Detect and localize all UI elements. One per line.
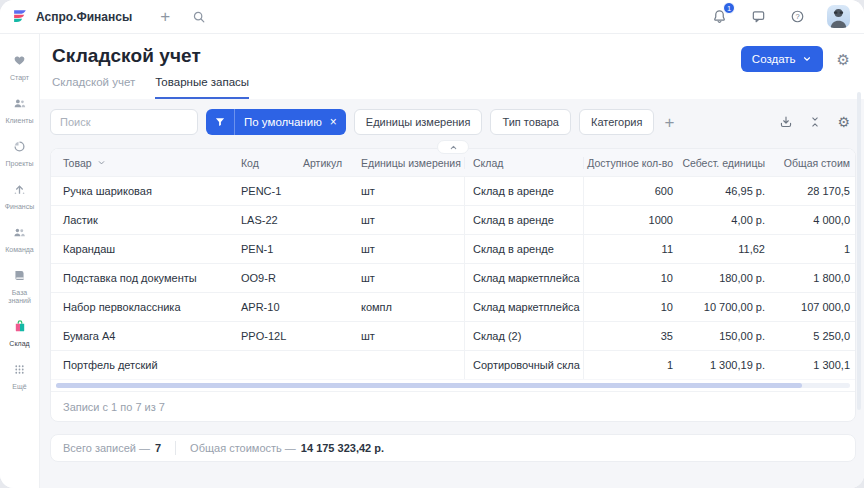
column-header[interactable]: Доступное кол-во (584, 157, 676, 169)
user-avatar[interactable] (827, 5, 850, 28)
content: По умолчанию × Единицы измеренияТип това… (40, 99, 864, 488)
sidebar-item-clients[interactable]: Клиенты (0, 89, 39, 132)
total-records-value: 7 (155, 442, 161, 454)
column-header[interactable]: Склад (464, 157, 584, 169)
table-cell: Склад в аренде (464, 206, 584, 234)
column-header[interactable]: Общая стоим (768, 157, 855, 169)
create-button[interactable]: Создать (741, 46, 823, 72)
table-cell: компл (349, 293, 464, 321)
active-filter-pill[interactable]: По умолчанию × (206, 109, 346, 135)
table-cell (291, 264, 349, 292)
table-cell: 150,00 р. (676, 322, 768, 350)
filter-chip[interactable]: Категория (579, 109, 654, 135)
table-cell: LAS-22 (229, 206, 291, 234)
column-header[interactable]: Товар (51, 157, 229, 169)
scrollbar-thumb[interactable] (56, 383, 802, 388)
chat-icon[interactable] (749, 7, 768, 26)
tab-1[interactable]: Товарные запасы (155, 76, 249, 99)
filter-chip[interactable]: Единицы измерения (354, 109, 483, 135)
filter-chip[interactable]: Тип товара (490, 109, 571, 135)
table-cell: PENC-1 (229, 177, 291, 205)
sidebar-item-finances[interactable]: Финансы (0, 175, 39, 218)
sidebar-item-label: Клиенты (5, 117, 33, 125)
table-row[interactable]: Портфель детскийСортировочный скла11 300… (51, 350, 855, 379)
add-filter-button[interactable]: + (664, 114, 674, 131)
knowledge-icon (13, 268, 26, 286)
inventory-table: ТоварКодАртикулЕдиницы измеренияСкладДос… (50, 148, 856, 422)
collapse-table-button[interactable] (437, 140, 469, 154)
table-cell: Бумага А4 (51, 322, 229, 350)
sidebar-item-label: База знаний (1, 289, 38, 305)
table-cell: Склад в аренде (464, 177, 584, 205)
table-cell: Набор первоклассника (51, 293, 229, 321)
sidebar-item-heart[interactable]: Старт (0, 46, 39, 89)
chevron-down-icon (802, 54, 812, 64)
table-row[interactable]: КарандашPEN-1штСклад в аренде1111,621 (51, 234, 855, 263)
sidebar-item-warehouse[interactable]: Склад (0, 312, 39, 355)
tabs: Складской учетТоварные запасы (52, 76, 850, 99)
table-row[interactable]: Набор первоклассникаAPR-10комплСклад мар… (51, 292, 855, 321)
finances-icon (13, 182, 26, 200)
table-cell: Ручка шариковая (51, 177, 229, 205)
table-row[interactable]: Ручка шариковаяPENC-1штСклад в аренде600… (51, 176, 855, 205)
table-cell (229, 351, 291, 379)
remove-filter-icon[interactable]: × (328, 115, 346, 129)
total-cost-value: 14 175 323,42 р. (301, 442, 384, 454)
svg-text:?: ? (795, 12, 799, 21)
column-header[interactable]: Единицы измерения (349, 157, 464, 169)
table-cell (291, 322, 349, 350)
table-cell: PPO-12L (229, 322, 291, 350)
sidebar-item-label: Финансы (5, 203, 34, 211)
notifications-bell-icon[interactable]: 1 (710, 7, 729, 26)
search-input[interactable] (50, 109, 198, 135)
funnel-icon (206, 116, 234, 128)
table-cell: 10 (584, 293, 676, 321)
chevron-up-icon (449, 143, 458, 152)
table-cell: 4,00 р. (676, 206, 768, 234)
vertical-scrollbar[interactable] (857, 92, 861, 410)
sidebar-item-knowledge[interactable]: База знаний (0, 261, 39, 312)
table-cell (349, 351, 464, 379)
collapse-rows-icon[interactable] (809, 116, 821, 128)
sidebar-item-projects[interactable]: Проекты (0, 132, 39, 175)
column-header-label: Артикул (303, 157, 342, 169)
sidebar-item-team[interactable]: Команда (0, 218, 39, 261)
column-header[interactable]: Артикул (291, 157, 349, 169)
team-icon (13, 225, 26, 243)
table-cell: Склад маркетплейса (464, 264, 584, 292)
add-tab-button[interactable]: + (158, 6, 172, 27)
horizontal-scrollbar[interactable] (51, 379, 855, 391)
total-records-label: Всего записей — (63, 442, 150, 454)
table-settings-gear-icon[interactable]: ⚙ (837, 115, 850, 129)
sidebar-item-more[interactable]: Ещё (0, 355, 39, 398)
help-icon[interactable]: ? (788, 7, 807, 26)
download-icon[interactable] (779, 115, 793, 129)
table-cell: шт (349, 206, 464, 234)
sidebar: Старт Клиенты Проекты Финансы Команда Ба… (0, 34, 40, 488)
filter-bar: По умолчанию × Единицы измеренияТип това… (50, 109, 856, 135)
table-cell: Карандаш (51, 235, 229, 263)
table-cell: APR-10 (229, 293, 291, 321)
table-cell (291, 235, 349, 263)
column-header[interactable]: Себест. единицы (676, 157, 768, 169)
table-cell: шт (349, 235, 464, 263)
table-row[interactable]: Подставка под документыOO9-RштСклад марк… (51, 263, 855, 292)
table-cell: OO9-R (229, 264, 291, 292)
column-header[interactable]: Код (229, 157, 291, 169)
search-icon[interactable] (190, 8, 208, 26)
tab-0[interactable]: Складской учет (52, 76, 135, 99)
sidebar-item-label: Старт (10, 74, 29, 82)
table-cell: 180,00 р. (676, 264, 768, 292)
table-cell: 10 (584, 264, 676, 292)
column-header-label: Склад (473, 157, 503, 169)
table-cell: 107 000,0 (768, 293, 855, 321)
warehouse-icon (13, 319, 27, 337)
page-settings-gear-icon[interactable]: ⚙ (837, 52, 850, 67)
create-button-label: Создать (752, 53, 796, 65)
table-row[interactable]: ЛастикLAS-22штСклад в аренде10004,00 р.4… (51, 205, 855, 234)
table-cell: 35 (584, 322, 676, 350)
table-row[interactable]: Бумага А4PPO-12LштСклад (2)35150,00 р.5 … (51, 321, 855, 350)
table-cell: Склад маркетплейса (464, 293, 584, 321)
projects-icon (13, 139, 26, 157)
notification-badge: 1 (723, 2, 735, 14)
